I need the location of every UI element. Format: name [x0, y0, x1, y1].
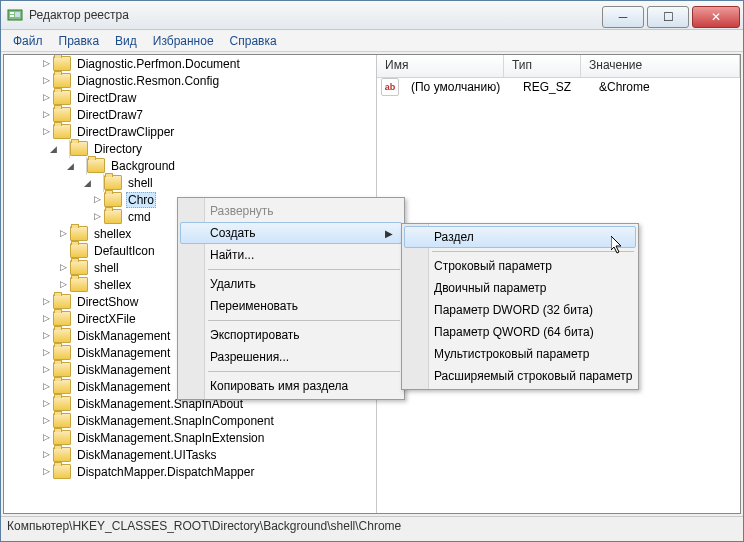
expand-icon[interactable] [38, 75, 53, 86]
expand-icon[interactable] [38, 296, 53, 307]
menu-item[interactable]: Параметр DWORD (32 бита) [404, 299, 636, 321]
tree-item[interactable]: DiskManagement.SnapInComponent [4, 412, 376, 429]
col-type[interactable]: Тип [504, 55, 581, 77]
tree-item-label: DirectXFile [75, 312, 138, 326]
close-button[interactable]: ✕ [692, 6, 740, 28]
tree-item[interactable]: Diagnostic.Perfmon.Document [4, 55, 376, 72]
expand-icon[interactable] [38, 432, 53, 443]
expand-icon[interactable] [38, 398, 53, 409]
menu-item[interactable]: Строковый параметр [404, 255, 636, 277]
titlebar[interactable]: Редактор реестра ─ ☐ ✕ [1, 1, 743, 30]
menu-view[interactable]: Вид [107, 32, 145, 50]
menu-item[interactable]: Двоичный параметр [404, 277, 636, 299]
expand-icon[interactable] [38, 92, 53, 103]
expand-icon[interactable] [38, 330, 53, 341]
menu-item[interactable]: Создать▶ [180, 222, 402, 244]
menu-item[interactable]: Раздел [404, 226, 636, 248]
tree-item-label: DiskManagement.SnapInComponent [75, 414, 276, 428]
menu-item-label: Параметр DWORD (32 бита) [434, 303, 593, 317]
folder-icon [70, 226, 88, 241]
menu-help[interactable]: Справка [222, 32, 285, 50]
tree-item-label: DiskManagement [75, 380, 172, 394]
folder-icon [53, 379, 71, 394]
expand-icon[interactable] [89, 211, 104, 222]
tree-item[interactable]: DiskManagement.SnapInExtension [4, 429, 376, 446]
column-headers[interactable]: Имя Тип Значение [377, 55, 740, 78]
menu-file[interactable]: Файл [5, 32, 51, 50]
expand-icon[interactable] [38, 449, 53, 460]
tree-item[interactable]: DirectDraw [4, 89, 376, 106]
value-row[interactable]: ab (По умолчанию) REG_SZ &Chrome [377, 78, 740, 96]
tree-item-label: DispatchMapper.DispatchMapper [75, 465, 256, 479]
tree-item[interactable]: DirectDraw7 [4, 106, 376, 123]
menu-item[interactable]: Расширяемый строковый параметр [404, 365, 636, 387]
collapse-icon[interactable] [38, 140, 70, 158]
expand-icon[interactable] [55, 228, 70, 239]
tree-item-label: DirectShow [75, 295, 140, 309]
folder-icon [70, 141, 88, 156]
expand-icon[interactable] [55, 262, 70, 273]
tree-item[interactable]: DispatchMapper.DispatchMapper [4, 463, 376, 480]
expand-icon[interactable] [38, 313, 53, 324]
menu-item-label: Мультистроковый параметр [434, 347, 590, 361]
menu-item-label: Переименовать [210, 299, 298, 313]
window-title: Редактор реестра [29, 8, 602, 22]
menu-item[interactable]: Переименовать [180, 295, 402, 317]
folder-icon [104, 175, 122, 190]
expand-icon[interactable] [38, 109, 53, 120]
menu-favorites[interactable]: Избранное [145, 32, 222, 50]
folder-icon [104, 192, 122, 207]
tree-item-label: DirectDrawClipper [75, 125, 176, 139]
context-menu[interactable]: РазвернутьСоздать▶Найти...УдалитьПереиме… [177, 197, 405, 400]
value-type: REG_SZ [515, 80, 591, 94]
expand-icon[interactable] [38, 364, 53, 375]
menu-item-label: Параметр QWORD (64 бита) [434, 325, 594, 339]
folder-icon [53, 294, 71, 309]
collapse-icon[interactable] [72, 174, 104, 192]
expand-icon[interactable] [89, 194, 104, 205]
value-name: (По умолчанию) [403, 80, 515, 94]
tree-item[interactable]: DirectDrawClipper [4, 123, 376, 140]
svg-rect-2 [10, 15, 14, 17]
col-name[interactable]: Имя [377, 55, 504, 77]
folder-icon [53, 90, 71, 105]
menu-separator [208, 269, 400, 270]
tree-item-label: shellex [92, 227, 133, 241]
minimize-button[interactable]: ─ [602, 6, 644, 28]
folder-icon [53, 311, 71, 326]
menu-item-label: Удалить [210, 277, 256, 291]
tree-item-label: shell [92, 261, 121, 275]
menu-item[interactable]: Параметр QWORD (64 бита) [404, 321, 636, 343]
expand-icon[interactable] [38, 58, 53, 69]
menu-item[interactable]: Удалить [180, 273, 402, 295]
menu-item[interactable]: Экспортировать [180, 324, 402, 346]
expand-icon[interactable] [55, 279, 70, 290]
menu-separator [432, 251, 634, 252]
folder-icon [70, 243, 88, 258]
tree-item[interactable]: Diagnostic.Resmon.Config [4, 72, 376, 89]
collapse-icon[interactable] [55, 157, 87, 175]
tree-item[interactable]: Directory [4, 140, 376, 157]
expand-icon[interactable] [38, 347, 53, 358]
maximize-button[interactable]: ☐ [647, 6, 689, 28]
expand-icon[interactable] [38, 381, 53, 392]
tree-item[interactable]: shell [4, 174, 376, 191]
menu-item[interactable]: Найти... [180, 244, 402, 266]
menu-item[interactable]: Мультистроковый параметр [404, 343, 636, 365]
expand-icon[interactable] [38, 415, 53, 426]
col-value[interactable]: Значение [581, 55, 740, 77]
menubar: Файл Правка Вид Избранное Справка [1, 30, 743, 52]
context-submenu-new[interactable]: РазделСтроковый параметрДвоичный парамет… [401, 223, 639, 390]
menu-item-label: Расширяемый строковый параметр [434, 369, 632, 383]
submenu-arrow-icon: ▶ [385, 228, 393, 239]
expand-icon[interactable] [38, 466, 53, 477]
tree-item[interactable]: Background [4, 157, 376, 174]
expand-icon[interactable] [38, 126, 53, 137]
menu-edit[interactable]: Правка [51, 32, 108, 50]
folder-icon [53, 73, 71, 88]
tree-item[interactable]: DiskManagement.UITasks [4, 446, 376, 463]
tree-item-label: cmd [126, 210, 153, 224]
menu-item[interactable]: Разрешения... [180, 346, 402, 368]
value-data: &Chrome [591, 80, 740, 94]
menu-item[interactable]: Копировать имя раздела [180, 375, 402, 397]
